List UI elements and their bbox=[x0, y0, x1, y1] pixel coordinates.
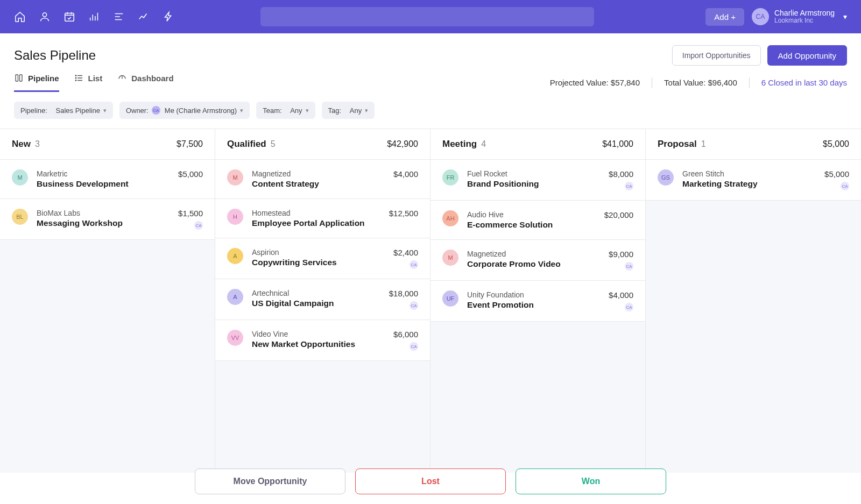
card-company: Magnetized bbox=[467, 250, 600, 258]
card-owner-avatar: CA bbox=[625, 182, 633, 190]
company-avatar: GS bbox=[658, 169, 674, 186]
company-avatar: A bbox=[227, 289, 243, 305]
bars-icon[interactable] bbox=[88, 11, 100, 23]
card-title: Employee Portal Application bbox=[252, 218, 380, 228]
card-title: US Digital Campaign bbox=[252, 299, 380, 308]
company-avatar: M bbox=[12, 169, 28, 186]
card-company: BioMax Labs bbox=[37, 209, 170, 217]
card-value: $8,000 bbox=[609, 169, 633, 179]
svg-rect-2 bbox=[16, 75, 18, 81]
company-avatar: M bbox=[227, 169, 243, 186]
opportunity-card[interactable]: MMarketricBusiness Development$5,000 bbox=[0, 160, 215, 199]
kanban-column: New3$7,500MMarketricBusiness Development… bbox=[0, 129, 215, 473]
chevron-down-icon: ▾ bbox=[365, 107, 368, 114]
tab-dashboard[interactable]: Dashboard bbox=[117, 73, 173, 92]
user-name: Charlie Armstrong bbox=[774, 9, 835, 17]
opportunity-card[interactable]: MMagnetizedContent Strategy$4,000 bbox=[215, 160, 430, 199]
card-value: $18,000 bbox=[389, 289, 418, 298]
filter-pipeline[interactable]: Pipeline: Sales Pipeline▾ bbox=[14, 102, 113, 119]
column-count: 5 bbox=[271, 139, 276, 149]
chevron-down-icon: ▾ bbox=[103, 107, 107, 114]
svg-rect-3 bbox=[20, 75, 23, 81]
person-icon[interactable] bbox=[39, 11, 51, 23]
card-title: Corporate Promo Video bbox=[467, 259, 600, 269]
company-avatar: A bbox=[227, 248, 243, 264]
won-button[interactable]: Won bbox=[516, 468, 666, 494]
stats: Projected Value: $57,840 Total Value: $9… bbox=[550, 77, 847, 88]
add-opportunity-button[interactable]: Add Opportunity bbox=[767, 45, 847, 66]
card-company: Aspirion bbox=[252, 248, 385, 257]
opportunity-card[interactable]: AArtechnicalUS Digital Campaign$18,000CA bbox=[215, 279, 430, 320]
global-add-button[interactable]: Add + bbox=[705, 8, 744, 26]
bottom-actions: Move Opportunity Lost Won bbox=[0, 468, 861, 494]
closed-link[interactable]: 6 Closed in last 30 days bbox=[761, 78, 847, 87]
indent-icon[interactable] bbox=[113, 11, 125, 23]
column-count: 1 bbox=[701, 139, 706, 149]
tab-list[interactable]: List bbox=[74, 73, 103, 92]
card-title: Event Promotion bbox=[467, 300, 600, 310]
column-total: $5,000 bbox=[823, 139, 849, 149]
company-avatar: H bbox=[227, 209, 243, 225]
filter-owner[interactable]: Owner: CA Me (Charlie Armstrong)▾ bbox=[119, 102, 250, 119]
card-title: Brand Positioning bbox=[467, 179, 600, 189]
column-count: 4 bbox=[481, 139, 486, 149]
column-title: Qualified bbox=[227, 139, 266, 150]
filter-tag[interactable]: Tag: Any▾ bbox=[322, 102, 375, 119]
card-company: Video Vine bbox=[252, 330, 385, 338]
tabs-stats-row: Pipeline List Dashboard Projected Value:… bbox=[0, 71, 861, 92]
filters-bar: Pipeline: Sales Pipeline▾ Owner: CA Me (… bbox=[0, 92, 861, 129]
card-value: $9,000 bbox=[609, 250, 633, 259]
total-value: Total Value: $96,400 bbox=[664, 78, 737, 87]
company-avatar: FR bbox=[442, 169, 458, 186]
tab-list-label: List bbox=[88, 74, 103, 83]
opportunity-card[interactable]: UFUnity FoundationEvent Promotion$4,000C… bbox=[430, 281, 645, 322]
topbar-nav-icons bbox=[14, 11, 174, 23]
calendar-icon[interactable] bbox=[63, 11, 75, 23]
column-header: Meeting4$41,000 bbox=[430, 129, 645, 160]
card-value: $2,400 bbox=[393, 248, 418, 257]
home-icon[interactable] bbox=[14, 11, 26, 23]
card-value: $12,500 bbox=[389, 209, 418, 218]
company-avatar: UF bbox=[442, 290, 458, 307]
card-value: $5,000 bbox=[824, 169, 849, 179]
card-company: Artechnical bbox=[252, 289, 380, 297]
tab-pipeline[interactable]: Pipeline bbox=[14, 73, 59, 92]
import-opportunities-button[interactable]: Import Opportunities bbox=[672, 45, 761, 66]
user-menu[interactable]: CA Charlie Armstrong Lookmark Inc ▾ bbox=[752, 8, 847, 25]
tab-pipeline-label: Pipeline bbox=[28, 74, 59, 83]
card-value: $4,000 bbox=[609, 290, 633, 300]
projected-value: Projected Value: $57,840 bbox=[550, 78, 640, 87]
company-avatar: BL bbox=[12, 209, 28, 225]
column-total: $7,500 bbox=[177, 139, 203, 149]
card-value: $4,000 bbox=[393, 169, 418, 179]
card-title: Messaging Workshop bbox=[37, 218, 170, 228]
card-owner-avatar: CA bbox=[410, 301, 418, 310]
card-title: New Market Opportunities bbox=[252, 339, 385, 349]
search-input[interactable] bbox=[260, 7, 594, 26]
svg-point-5 bbox=[75, 77, 76, 79]
opportunity-card[interactable]: FRFuel RocketBrand Positioning$8,000CA bbox=[430, 160, 645, 201]
opportunity-card[interactable]: HHomesteadEmployee Portal Application$12… bbox=[215, 199, 430, 238]
trend-icon[interactable] bbox=[138, 11, 150, 23]
opportunity-card[interactable]: AHAudio HiveE-commerce Solution$20,000 bbox=[430, 201, 645, 240]
lost-button[interactable]: Lost bbox=[355, 468, 506, 494]
bolt-icon[interactable] bbox=[163, 11, 174, 23]
column-title: Proposal bbox=[658, 139, 697, 150]
opportunity-card[interactable]: MMagnetizedCorporate Promo Video$9,000CA bbox=[430, 240, 645, 281]
filter-team[interactable]: Team: Any▾ bbox=[256, 102, 315, 119]
opportunity-card[interactable]: AAspirionCopywriting Services$2,400CA bbox=[215, 238, 430, 279]
opportunity-card[interactable]: GSGreen StitchMarketing Strategy$5,000CA bbox=[646, 160, 861, 201]
page-header: Sales Pipeline Import Opportunities Add … bbox=[0, 33, 861, 71]
svg-point-0 bbox=[43, 13, 46, 17]
opportunity-card[interactable]: BLBioMax LabsMessaging Workshop$1,500CA bbox=[0, 199, 215, 240]
card-value: $5,000 bbox=[178, 169, 203, 179]
company-avatar: VV bbox=[227, 330, 243, 346]
move-opportunity-button[interactable]: Move Opportunity bbox=[195, 468, 345, 494]
card-owner-avatar: CA bbox=[625, 262, 633, 271]
svg-point-6 bbox=[75, 80, 76, 81]
card-company: Fuel Rocket bbox=[467, 169, 600, 178]
topbar: Add + CA Charlie Armstrong Lookmark Inc … bbox=[0, 0, 861, 33]
card-owner-avatar: CA bbox=[410, 260, 418, 269]
opportunity-card[interactable]: VVVideo VineNew Market Opportunities$6,0… bbox=[215, 320, 430, 361]
card-value: $6,000 bbox=[393, 330, 418, 339]
